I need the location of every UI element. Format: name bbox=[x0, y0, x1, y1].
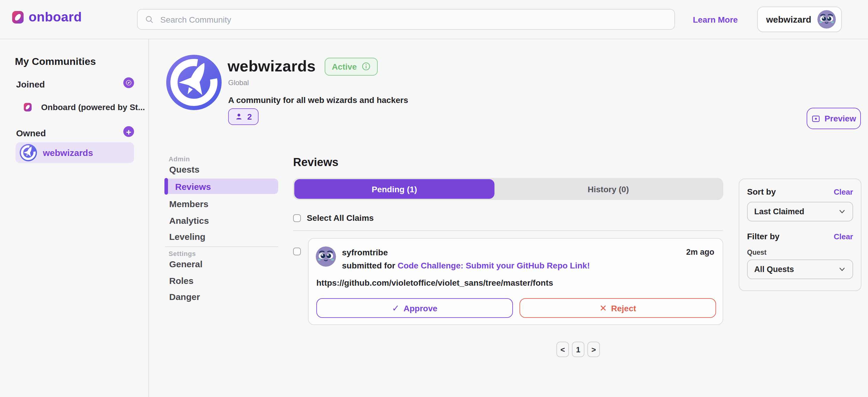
sort-clear-link[interactable]: Clear bbox=[834, 187, 853, 196]
quest-select-value: All Quests bbox=[754, 265, 794, 274]
sidebar-item-label: Onboard (powered by St... bbox=[41, 102, 145, 112]
claimant-avatar bbox=[316, 246, 336, 267]
nav-item-label: Reviews bbox=[175, 181, 211, 191]
approve-label: Approve bbox=[404, 303, 438, 313]
nav-item-quests[interactable]: Quests bbox=[169, 164, 199, 174]
user-avatar bbox=[817, 10, 836, 29]
member-count-badge[interactable]: 2 bbox=[228, 108, 258, 125]
create-community-button[interactable]: + bbox=[123, 126, 134, 137]
status-label: Active bbox=[332, 62, 357, 71]
list-divider bbox=[293, 230, 723, 231]
nav-divider bbox=[165, 246, 278, 247]
filter-by-label: Filter by bbox=[747, 232, 779, 241]
preview-label: Preview bbox=[825, 114, 856, 123]
reject-label: Reject bbox=[611, 303, 636, 313]
person-icon bbox=[235, 112, 243, 121]
main-content: webwizards Active Global A community for… bbox=[149, 39, 868, 397]
learn-more-link[interactable]: Learn More bbox=[693, 15, 738, 24]
claim-subtitle: submitted for Code Challenge: Submit you… bbox=[342, 261, 590, 270]
sort-select-value: Last Claimed bbox=[754, 207, 804, 216]
pagination: < 1 > bbox=[556, 342, 600, 357]
preview-eye-icon bbox=[811, 114, 820, 123]
quest-select[interactable]: All Quests bbox=[747, 260, 853, 279]
filter-clear-link[interactable]: Clear bbox=[834, 232, 853, 241]
chevron-down-icon bbox=[838, 208, 846, 216]
check-icon: ✓ bbox=[392, 303, 399, 313]
select-all-label: Select All Claims bbox=[307, 213, 374, 223]
reviews-tabbar: Pending (1) History (0) bbox=[293, 178, 723, 200]
app-window: onboard Learn More webwizard My Communit… bbox=[0, 0, 868, 397]
webwizards-community-icon bbox=[20, 144, 37, 161]
community-logo bbox=[166, 55, 222, 110]
info-icon bbox=[362, 62, 371, 71]
owned-section-label: Owned bbox=[16, 128, 46, 138]
top-bar: onboard Learn More webwizard bbox=[0, 0, 868, 39]
chevron-down-icon bbox=[838, 265, 846, 273]
member-count: 2 bbox=[247, 112, 252, 122]
claim-action-text: submitted for bbox=[342, 261, 395, 270]
discover-communities-button[interactable] bbox=[123, 77, 134, 88]
nav-item-reviews-active[interactable]: Reviews bbox=[165, 178, 278, 194]
communities-sidebar: My Communities Joined Onboard (powered b… bbox=[0, 39, 149, 397]
community-search-box[interactable] bbox=[137, 9, 675, 30]
community-name: webwizards bbox=[227, 57, 316, 75]
sort-by-label: Sort by bbox=[747, 187, 776, 196]
quest-link[interactable]: Code Challenge: Submit your GitHub Repo … bbox=[398, 261, 590, 270]
community-region: Global bbox=[228, 78, 249, 87]
page-number-button[interactable]: 1 bbox=[572, 342, 584, 357]
settings-section-label: Settings bbox=[168, 250, 196, 257]
select-all-row: Select All Claims bbox=[293, 213, 374, 223]
approve-button[interactable]: ✓ Approve bbox=[316, 298, 513, 318]
page-title: Reviews bbox=[293, 156, 338, 169]
sidebar-item-label: webwizards bbox=[43, 147, 93, 158]
claim-card: syfromtribe 2m ago submitted for Code Ch… bbox=[308, 238, 723, 325]
claimant-username: syfromtribe bbox=[342, 247, 388, 257]
claim-timestamp: 2m ago bbox=[686, 247, 714, 257]
reject-button[interactable]: ✕ Reject bbox=[520, 298, 716, 318]
onboard-community-icon bbox=[23, 102, 32, 112]
sidebar-item-webwizards[interactable]: webwizards bbox=[16, 142, 134, 163]
joined-section-label: Joined bbox=[16, 79, 45, 89]
nav-item-danger[interactable]: Danger bbox=[169, 292, 200, 302]
preview-button[interactable]: Preview bbox=[807, 108, 861, 129]
search-icon bbox=[145, 15, 154, 24]
plus-icon: + bbox=[126, 127, 131, 136]
community-title-row: webwizards Active bbox=[227, 57, 378, 75]
sort-select[interactable]: Last Claimed bbox=[747, 202, 853, 222]
nav-item-analytics[interactable]: Analytics bbox=[169, 216, 209, 226]
user-menu-chip[interactable]: webwizard bbox=[757, 6, 842, 32]
status-badge[interactable]: Active bbox=[325, 58, 378, 75]
cross-icon: ✕ bbox=[599, 303, 607, 313]
search-input[interactable] bbox=[159, 14, 667, 25]
community-description: A community for all web wizards and hack… bbox=[228, 95, 408, 105]
sidebar-heading: My Communities bbox=[15, 56, 96, 68]
nav-item-general[interactable]: General bbox=[169, 259, 203, 269]
tab-pending[interactable]: Pending (1) bbox=[294, 179, 494, 199]
app-logo[interactable]: onboard bbox=[11, 9, 82, 25]
tab-history[interactable]: History (0) bbox=[494, 179, 722, 199]
nav-item-members[interactable]: Members bbox=[169, 199, 209, 209]
sidebar-item-onboard[interactable]: Onboard (powered by St... bbox=[23, 102, 145, 112]
nav-item-leveling[interactable]: Leveling bbox=[169, 232, 206, 242]
admin-section-label: Admin bbox=[168, 155, 190, 163]
compass-icon bbox=[125, 79, 132, 86]
quest-field-label: Quest bbox=[747, 249, 853, 256]
onboard-logo-icon bbox=[11, 9, 24, 25]
submission-url: https://github.com/violetoffice/violet_s… bbox=[316, 278, 553, 288]
app-logo-text: onboard bbox=[29, 9, 82, 25]
prev-page-button[interactable]: < bbox=[556, 342, 569, 357]
select-all-checkbox[interactable] bbox=[293, 214, 301, 222]
next-page-button[interactable]: > bbox=[587, 342, 600, 357]
username-label: webwizard bbox=[766, 14, 811, 24]
sort-filter-panel: Sort by Clear Last Claimed Filter by Cle… bbox=[739, 178, 862, 291]
nav-item-roles[interactable]: Roles bbox=[169, 275, 194, 286]
claim-checkbox[interactable] bbox=[293, 247, 301, 255]
